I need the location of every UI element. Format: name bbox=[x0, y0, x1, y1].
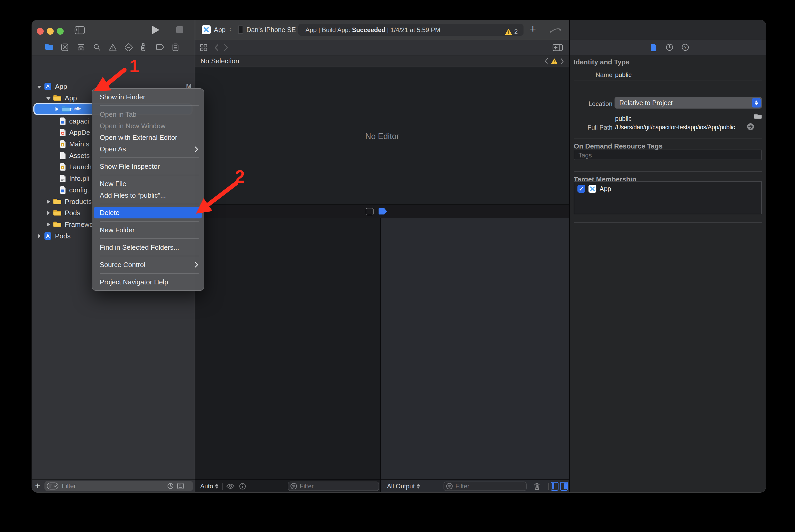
show-console-toggle-icon[interactable] bbox=[560, 482, 568, 491]
inspector-tab-bar: ? bbox=[570, 40, 766, 55]
menu-item-find-in-selected-folders[interactable]: Find in Selected Folders... bbox=[92, 242, 204, 253]
add-file-button[interactable]: + bbox=[35, 480, 40, 491]
prev-issue-icon[interactable] bbox=[545, 58, 548, 64]
history-inspector-tab-icon[interactable] bbox=[666, 43, 673, 51]
divider bbox=[574, 171, 762, 172]
zoom-window-button[interactable] bbox=[57, 28, 64, 35]
filter-icon bbox=[47, 482, 59, 490]
menu-item-new-file[interactable]: New File bbox=[92, 178, 204, 190]
menu-item-show-in-finder[interactable]: Show in Finder bbox=[92, 91, 204, 103]
tags-input[interactable]: Tags bbox=[574, 150, 762, 160]
target-membership-row[interactable]: ✓ App bbox=[577, 185, 761, 193]
info-icon[interactable] bbox=[239, 482, 246, 490]
related-items-icon[interactable] bbox=[200, 44, 207, 52]
status-time: | 1/4/21 at 5:59 PM bbox=[385, 26, 440, 33]
name-label: Name bbox=[573, 71, 612, 79]
menu-separator bbox=[100, 157, 199, 158]
open-path-arrow-icon[interactable] bbox=[746, 123, 755, 131]
stepper-icon bbox=[417, 483, 420, 489]
variables-filter-field[interactable]: Filter bbox=[288, 481, 379, 491]
project-navigator-tab-icon[interactable] bbox=[45, 43, 53, 51]
menu-item-delete[interactable]: Delete bbox=[94, 207, 202, 218]
filter-placeholder: Filter bbox=[62, 482, 76, 490]
forward-icon[interactable] bbox=[223, 44, 228, 51]
location-dropdown[interactable]: Relative to Project bbox=[615, 97, 762, 109]
item-label: Info.pli bbox=[69, 174, 89, 183]
app-target-icon bbox=[202, 25, 211, 34]
titlebar-right bbox=[570, 20, 766, 40]
breakpoints-tab-icon[interactable] bbox=[156, 43, 164, 51]
name-value[interactable]: public bbox=[615, 71, 632, 79]
menu-separator bbox=[100, 273, 199, 273]
help-inspector-tab-icon[interactable]: ? bbox=[681, 43, 689, 51]
menu-item-add-files[interactable]: Add Files to “public”... bbox=[92, 190, 204, 201]
menu-item-source-control[interactable]: Source Control bbox=[92, 259, 204, 270]
hide-debug-area-icon[interactable] bbox=[366, 208, 374, 215]
close-window-button[interactable] bbox=[37, 28, 44, 35]
stop-button[interactable] bbox=[176, 26, 183, 33]
menu-item-project-navigator-help[interactable]: Project Navigator Help bbox=[92, 276, 204, 288]
find-tab-icon[interactable] bbox=[93, 43, 101, 52]
back-icon[interactable] bbox=[214, 44, 219, 51]
add-editor-tab-button[interactable]: + bbox=[530, 23, 536, 35]
choose-folder-icon[interactable] bbox=[754, 113, 762, 119]
source-control-tab-icon[interactable] bbox=[61, 43, 69, 52]
symbols-tab-icon[interactable] bbox=[77, 43, 85, 52]
menu-item-open-as[interactable]: Open As bbox=[92, 143, 204, 155]
disclosure-open-icon[interactable] bbox=[37, 86, 41, 89]
menu-item-new-folder[interactable]: New Folder bbox=[92, 224, 204, 236]
inspector-divider[interactable] bbox=[569, 20, 570, 492]
quicklook-eye-icon[interactable] bbox=[226, 483, 235, 489]
disclosure-closed-icon[interactable] bbox=[47, 200, 50, 204]
titlebar: App 〉 Dan's iPhone SE App | Build App: S… bbox=[32, 20, 569, 40]
navigator-filter-field[interactable]: Filter bbox=[44, 481, 193, 491]
next-issue-icon[interactable] bbox=[560, 58, 564, 64]
clear-console-trash-icon[interactable] bbox=[534, 482, 540, 490]
console-filter-field[interactable]: Filter bbox=[444, 481, 527, 491]
add-editor-icon[interactable] bbox=[553, 44, 563, 52]
location-label: Location bbox=[573, 100, 612, 108]
debug-split-divider[interactable] bbox=[380, 217, 381, 492]
scm-status-filter-icon[interactable] bbox=[177, 482, 184, 489]
swap-arrows-icon[interactable] bbox=[549, 26, 563, 36]
menu-item-open-in-new-window: Open in New Window bbox=[92, 120, 204, 132]
disclosure-open-icon[interactable] bbox=[46, 97, 51, 100]
app-target-icon bbox=[589, 185, 596, 193]
disclosure-closed-icon[interactable] bbox=[55, 107, 58, 111]
dropdown-stepper-icon bbox=[752, 98, 761, 108]
warning-icon[interactable] bbox=[551, 58, 558, 64]
debug-tab-icon[interactable] bbox=[140, 43, 148, 52]
disclosure-closed-icon[interactable] bbox=[38, 234, 41, 238]
run-button[interactable] bbox=[152, 26, 159, 34]
console-output-select[interactable]: All Output bbox=[387, 482, 415, 490]
breakpoints-toggle-icon[interactable] bbox=[379, 208, 387, 214]
toggle-navigator-icon[interactable] bbox=[74, 26, 85, 36]
disclosure-closed-icon[interactable] bbox=[47, 222, 50, 227]
warning-badge[interactable]: 2 bbox=[505, 26, 518, 38]
device-name[interactable]: Dan's iPhone SE bbox=[246, 26, 296, 34]
item-label: Pods bbox=[65, 209, 80, 217]
storyboard-file-icon bbox=[60, 163, 66, 171]
menu-separator bbox=[100, 256, 199, 256]
menu-item-open-in-tab: Open in Tab bbox=[92, 109, 204, 120]
reports-tab-icon[interactable] bbox=[172, 43, 179, 52]
disclosure-closed-icon[interactable] bbox=[47, 211, 50, 215]
issues-tab-icon[interactable] bbox=[109, 43, 117, 52]
no-selection-label: No Selection bbox=[200, 57, 239, 65]
variables-scope-select[interactable]: Auto bbox=[200, 482, 213, 490]
scheme-name[interactable]: App bbox=[214, 26, 225, 34]
tests-tab-icon[interactable] bbox=[124, 43, 133, 52]
minimize-window-button[interactable] bbox=[47, 28, 54, 35]
folder-icon bbox=[53, 95, 61, 101]
recent-clock-icon[interactable] bbox=[167, 482, 174, 489]
menu-separator bbox=[100, 175, 199, 175]
menu-item-open-with-external-editor[interactable]: Open with External Editor bbox=[92, 132, 204, 143]
file-inspector-tab-icon[interactable] bbox=[650, 43, 657, 52]
editor-jump-bar bbox=[195, 40, 569, 55]
checkbox-checked-icon[interactable]: ✓ bbox=[577, 185, 585, 193]
scheme-device-selector[interactable]: App 〉 Dan's iPhone SE bbox=[202, 25, 296, 34]
show-variables-toggle-icon[interactable] bbox=[550, 482, 559, 491]
menu-item-show-file-inspector[interactable]: Show File Inspector bbox=[92, 160, 204, 172]
location-value: Relative to Project bbox=[619, 99, 673, 107]
divider bbox=[574, 80, 762, 80]
